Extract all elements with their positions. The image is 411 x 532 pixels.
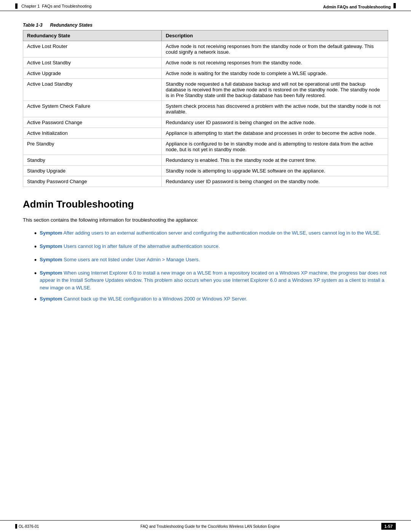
- symptom-label: Symptom: [40, 243, 62, 249]
- cell-description: Appliance is configured to be in standby…: [162, 139, 388, 155]
- symptom-label: Symptom: [40, 230, 62, 236]
- table-number: Table 1-3: [23, 22, 43, 28]
- chapter-title: FAQs and Troubleshooting: [42, 4, 91, 8]
- table-row: Active UpgradeActive node is waiting for…: [23, 68, 388, 79]
- symptom-link[interactable]: Symptom Users cannot log in after failur…: [40, 243, 220, 250]
- bullet-dot-icon: •: [34, 294, 37, 305]
- main-content: Table 1-3 Redundancy States Redundancy S…: [0, 11, 411, 331]
- header-bar-right: [393, 3, 396, 8]
- cell-state: Active Initialization: [23, 128, 162, 139]
- cell-state: Standby: [23, 155, 162, 166]
- symptom-label: Symptom: [40, 257, 62, 262]
- table-row: Pre StandbyAppliance is configured to be…: [23, 139, 388, 155]
- table-row: Active InitializationAppliance is attemp…: [23, 128, 388, 139]
- cell-description: System check process has discovered a pr…: [162, 101, 388, 117]
- list-item: •Symptom Users cannot log in after failu…: [34, 243, 388, 252]
- list-item: •Symptom Some users are not listed under…: [34, 256, 388, 265]
- bullet-dot-icon: •: [34, 268, 37, 279]
- footer-left: OL-8376-01: [15, 524, 39, 529]
- cell-state: Active System Check Failure: [23, 101, 162, 117]
- cell-state: Standby Upgrade: [23, 166, 162, 176]
- bullet-dot-icon: •: [34, 255, 37, 265]
- cell-description: Redundancy user ID password is being cha…: [162, 176, 388, 187]
- section-intro: This section contains the following info…: [23, 216, 388, 224]
- cell-description: Appliance is attempting to start the dat…: [162, 128, 388, 139]
- symptom-label: Symptom: [40, 296, 62, 302]
- bullet-list: •Symptom After adding users to an extern…: [34, 229, 388, 305]
- cell-state: Active Upgrade: [23, 68, 162, 79]
- header-bar-left: [15, 3, 18, 9]
- table-header-row: Redundancy State Description: [23, 30, 388, 41]
- footer-center: FAQ and Troubleshooting Guide for the Ci…: [39, 524, 381, 529]
- table-row: Active Password ChangeRedundancy user ID…: [23, 117, 388, 128]
- table-row: StandbyRedundancy is enabled. This is th…: [23, 155, 388, 166]
- list-item: •Symptom Cannot back up the WLSE configu…: [34, 295, 388, 305]
- header-section-title: Admin FAQs and Troubleshooting: [323, 5, 391, 9]
- symptom-label: Symptom: [40, 270, 62, 276]
- symptom-link[interactable]: Symptom Some users are not listed under …: [40, 256, 200, 264]
- cell-state: Active Lost Router: [23, 41, 162, 58]
- symptom-link[interactable]: Symptom When using Internet Explorer 6.0…: [40, 269, 388, 292]
- cell-description: Standby node is attempting to upgrade WL…: [162, 166, 388, 176]
- footer-doc-number: OL-8376-01: [19, 524, 39, 529]
- cell-description: Redundancy user ID password is being cha…: [162, 117, 388, 128]
- list-item: •Symptom When using Internet Explorer 6.…: [34, 269, 388, 292]
- table-title: Redundancy States: [50, 22, 92, 28]
- cell-state: Active Lost Standby: [23, 58, 162, 68]
- cell-state: Active Load Standby: [23, 79, 162, 101]
- bullet-dot-icon: •: [34, 228, 37, 239]
- header-left: Chapter 1 FAQs and Troubleshooting: [15, 3, 92, 9]
- cell-state: Active Password Change: [23, 117, 162, 128]
- list-item: •Symptom After adding users to an extern…: [34, 229, 388, 239]
- symptom-link[interactable]: Symptom After adding users to an externa…: [40, 229, 381, 237]
- col-header-state: Redundancy State: [23, 30, 162, 41]
- col-header-description: Description: [162, 30, 388, 41]
- table-row: Standby Password ChangeRedundancy user I…: [23, 176, 388, 187]
- page-footer: OL-8376-01 FAQ and Troubleshooting Guide…: [0, 520, 411, 532]
- cell-description: Redundancy is enabled. This is the stand…: [162, 155, 388, 166]
- footer-bar-left: [15, 524, 17, 529]
- table-row: Active Lost RouterActive node is not rec…: [23, 41, 388, 58]
- page-header: Chapter 1 FAQs and Troubleshooting Admin…: [0, 0, 411, 11]
- page-number: 1-57: [381, 523, 396, 530]
- cell-description: Active node is not receiving responses f…: [162, 41, 388, 58]
- section-heading: Admin Troubleshooting: [23, 198, 388, 210]
- cell-state: Standby Password Change: [23, 176, 162, 187]
- symptom-link[interactable]: Symptom Cannot back up the WLSE configur…: [40, 295, 247, 303]
- table-row: Active System Check FailureSystem check …: [23, 101, 388, 117]
- table-row: Active Lost StandbyActive node is not re…: [23, 58, 388, 68]
- cell-state: Pre Standby: [23, 139, 162, 155]
- table-row: Standby UpgradeStandby node is attemptin…: [23, 166, 388, 176]
- bullet-dot-icon: •: [34, 242, 37, 252]
- cell-description: Active node is not receiving responses f…: [162, 58, 388, 68]
- table-caption: Table 1-3 Redundancy States: [23, 22, 388, 28]
- redundancy-table: Redundancy State Description Active Lost…: [23, 30, 388, 187]
- cell-description: Standby node requested a full database b…: [162, 79, 388, 101]
- table-row: Active Load StandbyStandby node requeste…: [23, 79, 388, 101]
- header-right: Admin FAQs and Troubleshooting: [323, 3, 396, 9]
- chapter-label: Chapter 1: [21, 4, 40, 8]
- cell-description: Active node is waiting for the standby n…: [162, 68, 388, 79]
